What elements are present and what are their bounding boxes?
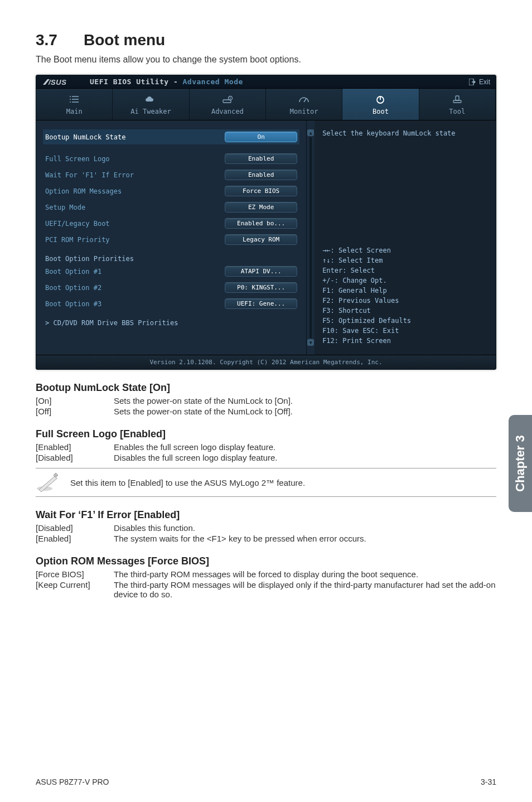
- asus-logo-icon: /SUS: [42, 78, 86, 86]
- intro-text: The Boot menu items allow you to change …: [36, 55, 496, 65]
- note-row: Set this item to [Enabled] to use the AS…: [36, 468, 496, 497]
- bios-option-row[interactable]: Boot Option #2P0: KINGST...: [43, 280, 299, 295]
- scroll-track[interactable]: [309, 137, 312, 338]
- tab-ai-tweaker[interactable]: Ai Tweaker: [113, 89, 189, 120]
- doc-kv-key: [Disabled]: [36, 453, 114, 462]
- note-text: Set this item to [Enabled] to use the AS…: [70, 478, 305, 487]
- doc-kv-line: [Disabled]Disables this function.: [36, 523, 496, 533]
- bios-footer-text: Version 2.10.1208. Copyright (C) 2012 Am…: [36, 355, 496, 369]
- bios-option-label: UEFI/Legacy Boot: [45, 220, 110, 228]
- svg-text:/SUS: /SUS: [48, 78, 66, 86]
- doc-kv-value: Enables the full screen logo display fea…: [114, 442, 496, 452]
- tab-monitor[interactable]: Monitor: [266, 89, 342, 120]
- doc-kv-line: [On]Sets the power-on state of the NumLo…: [36, 396, 496, 405]
- doc-sections: Bootup NumLock State [On][On]Sets the po…: [36, 382, 496, 599]
- bios-help-column: Select the keyboard NumLock state →←: Se…: [315, 120, 496, 355]
- bios-option-value[interactable]: Legacy ROM: [225, 234, 297, 245]
- doc-kv-line: [Keep Current]The third-party ROM messag…: [36, 580, 496, 599]
- option-group-head: Boot Option Priorities: [43, 254, 299, 264]
- help-key-line: F2: Previous Values: [322, 296, 488, 306]
- doc-kv-line: [Disabled]Disables the full screen logo …: [36, 453, 496, 462]
- page-footer: ASUS P8Z77-V PRO 3-31: [0, 777, 532, 786]
- bios-option-row[interactable]: Full Screen LogoEnabled: [43, 151, 299, 166]
- bios-option-value[interactable]: Force BIOS: [225, 186, 297, 196]
- tab-boot[interactable]: Boot: [342, 89, 419, 120]
- doc-kv-key: [Off]: [36, 407, 114, 416]
- bios-option-row[interactable]: Boot Option #1ATAPI DV...: [43, 264, 299, 279]
- tab-label: Advanced: [211, 108, 244, 115]
- tab-label: Boot: [373, 108, 389, 115]
- tab-main[interactable]: Main: [36, 89, 113, 120]
- help-key-line: ↑↓: Select Item: [322, 255, 488, 265]
- doc-kv-line: [Enabled]The system waits for the <F1> k…: [36, 534, 496, 543]
- bios-option-value[interactable]: EZ Mode: [225, 202, 297, 212]
- footer-left: ASUS P8Z77-V PRO: [36, 777, 109, 786]
- svg-point-12: [230, 98, 231, 99]
- doc-kv-line: [Off]Sets the power-on state of the NumL…: [36, 407, 496, 416]
- doc-kv-value: The third-party ROM messages will be dis…: [114, 580, 496, 599]
- footer-right: 3-31: [481, 777, 496, 786]
- power-icon: [374, 94, 387, 104]
- doc-kv-line: [Enabled]Enables the full screen logo di…: [36, 442, 496, 452]
- chapter-side-tab-label: Chapter 3: [513, 435, 528, 491]
- tab-label: Main: [66, 108, 83, 115]
- bios-option-label: Wait For 'F1' If Error: [45, 171, 134, 179]
- exit-button[interactable]: Exit: [469, 78, 490, 86]
- help-key-line: Enter: Select: [322, 265, 488, 276]
- bios-body: Bootup NumLock StateOnFull Screen LogoEn…: [36, 120, 496, 355]
- doc-kv-value: Disables this function.: [114, 523, 496, 533]
- bios-option-row[interactable]: UEFI/Legacy BootEnabled bo...: [43, 216, 299, 231]
- tool-icon: [451, 94, 464, 104]
- bios-titlebar: /SUS UEFI BIOS Utility - Advanced Mode E…: [36, 75, 496, 89]
- bios-option-value[interactable]: On: [225, 132, 297, 142]
- bios-tab-row: Main Ai Tweaker Advanced Monitor Boot To…: [36, 89, 496, 120]
- bios-option-value[interactable]: UEFI: Gene...: [225, 298, 297, 309]
- doc-kv-key: [Enabled]: [36, 442, 114, 452]
- gauge-icon: [297, 94, 311, 104]
- doc-section-title: Wait For ‘F1’ If Error [Enabled]: [36, 509, 496, 521]
- bios-option-label: Boot Option #1: [45, 268, 101, 276]
- doc-kv-key: [Enabled]: [36, 534, 114, 543]
- advanced-icon: [221, 94, 234, 104]
- help-key-line: F3: Shortcut: [322, 306, 488, 316]
- bios-option-row[interactable]: Setup ModeEZ Mode: [43, 200, 299, 215]
- bios-option-row[interactable]: Bootup NumLock StateOn: [43, 129, 299, 144]
- bios-option-value[interactable]: Enabled bo...: [225, 218, 297, 229]
- bios-option-label: Option ROM Messages: [45, 187, 122, 195]
- bios-option-value[interactable]: Enabled: [225, 170, 297, 180]
- bios-option-value[interactable]: ATAPI DV...: [225, 266, 297, 277]
- list-icon: [67, 94, 81, 104]
- svg-line-13: [304, 99, 306, 102]
- exit-icon: [469, 79, 476, 85]
- note-pencil-icon: [36, 473, 60, 492]
- doc-kv-line: [Force BIOS]The third-party ROM messages…: [36, 569, 496, 579]
- bios-option-label: Boot Option #2: [45, 284, 101, 292]
- doc-section-title: Full Screen Logo [Enabled]: [36, 428, 496, 440]
- doc-kv-value: The system waits for the <F1> key to be …: [114, 534, 496, 543]
- bios-option-label: Full Screen Logo: [45, 155, 110, 163]
- help-key-line: F1: General Help: [322, 286, 488, 296]
- bios-option-value[interactable]: P0: KINGST...: [225, 282, 297, 293]
- bios-scrollbar[interactable]: ▲ ▼: [307, 120, 315, 355]
- scroll-up-icon[interactable]: ▲: [307, 129, 314, 136]
- bios-option-label: Bootup NumLock State: [45, 133, 126, 141]
- doc-kv-value: Sets the power-on state of the NumLock t…: [114, 396, 496, 405]
- scroll-down-icon[interactable]: ▼: [307, 339, 314, 346]
- bios-option-row[interactable]: PCI ROM PriorityLegacy ROM: [43, 232, 299, 247]
- bios-option-row[interactable]: Wait For 'F1' If ErrorEnabled: [43, 167, 299, 182]
- tab-label: Ai Tweaker: [130, 108, 171, 115]
- bios-help-keys: →←: Select Screen↑↓: Select ItemEnter: S…: [322, 245, 488, 346]
- bios-option-row[interactable]: Option ROM MessagesForce BIOS: [43, 183, 299, 199]
- bios-option-row[interactable]: Boot Option #3UEFI: Gene...: [43, 296, 299, 311]
- chapter-side-tab: Chapter 3: [509, 415, 532, 512]
- help-key-line: →←: Select Screen: [322, 245, 488, 255]
- section-title: Boot menu: [84, 31, 165, 49]
- bios-option-value[interactable]: Enabled: [225, 153, 297, 164]
- doc-kv-key: [On]: [36, 396, 114, 405]
- bios-help-text: Select the keyboard NumLock state: [322, 129, 488, 241]
- bios-option-label: Boot Option #3: [45, 300, 101, 308]
- tab-advanced[interactable]: Advanced: [190, 89, 266, 120]
- bios-panel: /SUS UEFI BIOS Utility - Advanced Mode E…: [36, 75, 496, 370]
- page-title: 3.7Boot menu: [36, 31, 496, 49]
- tab-tool[interactable]: Tool: [419, 89, 496, 120]
